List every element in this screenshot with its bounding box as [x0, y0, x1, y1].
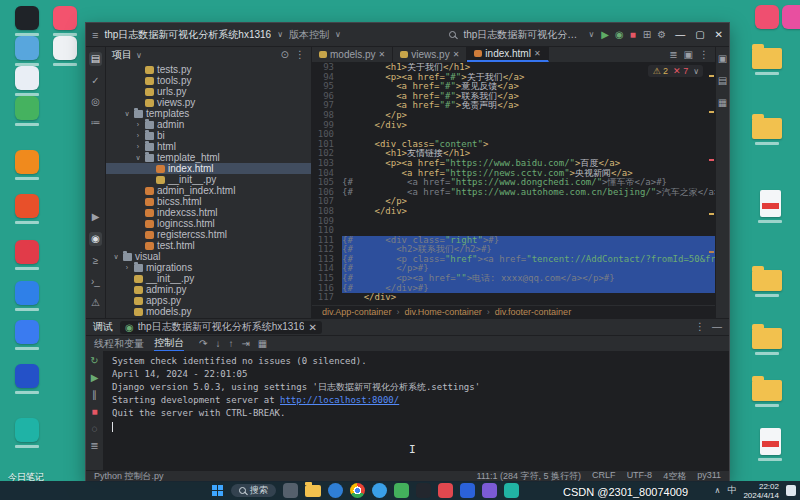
inspections-widget[interactable]: ⚠ 2 ✕ 7 ∨: [648, 65, 703, 77]
recycle-bin-icon[interactable]: [10, 36, 44, 66]
wechat-icon[interactable]: [394, 483, 409, 498]
close-button[interactable]: ✕: [715, 29, 723, 40]
tray-expand-icon[interactable]: ∧: [715, 486, 721, 495]
debug-tool-icon[interactable]: ◉: [89, 232, 102, 246]
dev-app-icon[interactable]: [460, 483, 475, 498]
project-panel-header[interactable]: 项目 ∨ ⊙⋮: [106, 47, 311, 63]
tree-item-__init__.py[interactable]: __init__.py: [106, 273, 311, 284]
minimize-button[interactable]: —: [675, 29, 685, 40]
edge-icon[interactable]: [328, 483, 343, 498]
code-line[interactable]: 100: [312, 130, 715, 140]
tree-item-urls.py[interactable]: urls.py: [106, 86, 311, 97]
tree-item-__init__.py[interactable]: __init__.py: [106, 174, 311, 185]
more-options-icon[interactable]: ⋮: [695, 321, 705, 333]
run-button[interactable]: ▶: [601, 29, 609, 41]
tree-item-apps.py[interactable]: apps.py: [106, 295, 311, 306]
code-line[interactable]: 107 </p>: [312, 197, 715, 207]
notification-center-icon[interactable]: [786, 485, 796, 496]
code-line[interactable]: 105{# <a href="https://www.dongchedi.com…: [312, 178, 715, 188]
qq-icon[interactable]: [416, 483, 431, 498]
code-line[interactable]: 116{# </div>#}: [312, 284, 715, 294]
breadcrumb-item[interactable]: div.App-container: [322, 307, 391, 317]
tree-item-tests.py[interactable]: tests.py: [106, 64, 311, 75]
select-opened-file-icon[interactable]: ⊙: [281, 49, 289, 61]
task-view-icon[interactable]: [283, 483, 298, 498]
tree-item-logincss.html[interactable]: logincss.html: [106, 218, 311, 229]
step-into-icon[interactable]: ↓: [215, 338, 220, 350]
project-name[interactable]: thp日志数据新可视化分析系统hx1316: [104, 28, 271, 42]
pycharm-icon[interactable]: [504, 483, 519, 498]
more-tools-icon[interactable]: ⊞: [643, 29, 651, 41]
pdf-doc-icon[interactable]: [753, 428, 787, 461]
stop-button[interactable]: ■: [630, 29, 636, 41]
folder-icon[interactable]: [750, 118, 784, 145]
music-app-icon[interactable]: [438, 483, 453, 498]
close-icon[interactable]: ✕: [379, 50, 386, 59]
debug-session-tab[interactable]: ◉ thp日志数据新可视化分析系统hx1316 ✕: [120, 321, 322, 334]
split-editor-icon[interactable]: ≣: [669, 49, 677, 61]
code-line[interactable]: 97 <a href="#">免责声明</a>: [312, 101, 715, 111]
tree-item-template_html[interactable]: ∨template_html: [106, 152, 311, 163]
code-line[interactable]: 98 </p>: [312, 111, 715, 121]
tree-item-views.py[interactable]: views.py: [106, 97, 311, 108]
notepad-icon[interactable]: [48, 36, 82, 66]
resume-button[interactable]: ▶: [91, 372, 99, 384]
purple-app-icon[interactable]: [482, 483, 497, 498]
tree-item-admin.py[interactable]: admin.py: [106, 284, 311, 295]
code-line[interactable]: 108 </div>: [312, 207, 715, 217]
settings-gear-icon[interactable]: ⚙: [657, 29, 666, 41]
folder-icon[interactable]: [750, 380, 784, 407]
orange-app-icon[interactable]: [10, 150, 44, 180]
console-prompt-line[interactable]: [112, 420, 721, 433]
code-line[interactable]: 95 <a href="#">意见反馈</a>: [312, 82, 715, 92]
tree-item-admin[interactable]: ›admin: [106, 119, 311, 130]
problems-tool-icon[interactable]: ⚠: [91, 297, 100, 309]
redorange-app-icon[interactable]: [10, 194, 44, 224]
breadcrumb-item[interactable]: div.footer-container: [495, 307, 571, 317]
mute-breakpoints-icon[interactable]: ◌: [92, 423, 98, 435]
file-explorer-icon[interactable]: [305, 485, 321, 497]
server-link[interactable]: http://localhost:8000/: [280, 395, 399, 405]
code-line[interactable]: 99 </div>: [312, 121, 715, 131]
editor-layout-icon[interactable]: ▣: [684, 49, 693, 61]
breadcrumb-item[interactable]: div.Home-container: [404, 307, 481, 317]
notifications-icon[interactable]: ▣: [718, 53, 727, 65]
editor-options-icon[interactable]: ⋮: [699, 49, 709, 61]
close-icon[interactable]: ✕: [308, 322, 316, 333]
start-button[interactable]: [212, 485, 224, 497]
terminal-tool-icon[interactable]: ›_: [91, 276, 100, 288]
store-icon[interactable]: [372, 483, 387, 498]
close-icon[interactable]: ✕: [534, 49, 541, 58]
folder-icon[interactable]: [750, 328, 784, 355]
tree-item-bi[interactable]: ›bi: [106, 130, 311, 141]
database-tool-icon[interactable]: ▤: [718, 75, 727, 87]
tree-item-bicss.html[interactable]: bicss.html: [106, 196, 311, 207]
python-console-tool-icon[interactable]: ≥: [93, 255, 99, 267]
tab-views.py[interactable]: views.py✕: [393, 47, 467, 62]
wps-icon[interactable]: [10, 320, 44, 350]
code-line[interactable]: 117 </div>: [312, 293, 715, 303]
tree-item-models.py[interactable]: models.py: [106, 306, 311, 317]
code-line[interactable]: 113{# <p class="href"><a href="tencent:/…: [312, 255, 715, 265]
tree-item-templates[interactable]: ∨templates: [106, 108, 311, 119]
wechat-icon[interactable]: [10, 96, 44, 126]
project-tool-icon[interactable]: ▤: [89, 52, 102, 66]
run-tool-icon[interactable]: ▶: [92, 211, 100, 223]
teal-app-icon[interactable]: [10, 418, 44, 448]
run-to-cursor-icon[interactable]: ⇥: [241, 338, 249, 350]
tree-item-visual[interactable]: ∨visual: [106, 251, 311, 262]
code-line[interactable]: 101 <div class="content">: [312, 140, 715, 150]
blue-app-icon[interactable]: [10, 281, 44, 311]
debug-console[interactable]: I System check identified no issues (0 s…: [104, 351, 729, 470]
stop-button[interactable]: ■: [91, 406, 97, 418]
plugins-tool-icon[interactable]: ▦: [718, 97, 727, 109]
maximize-button[interactable]: ▢: [695, 29, 704, 40]
tree-item-html[interactable]: ›html: [106, 141, 311, 152]
tree-item-test.html[interactable]: test.html: [106, 240, 311, 251]
vcs-widget[interactable]: 版本控制: [289, 28, 329, 42]
main-menu-icon[interactable]: ≡: [92, 29, 98, 41]
step-over-icon[interactable]: ↷: [199, 338, 207, 350]
code-line[interactable]: 103 <p><a href="https://www.baidu.com/">…: [312, 159, 715, 169]
run-configuration[interactable]: thp日志数据新可视化分析系统hx1316: [463, 28, 581, 42]
debug-tab-控制台[interactable]: 控制台: [154, 336, 184, 352]
